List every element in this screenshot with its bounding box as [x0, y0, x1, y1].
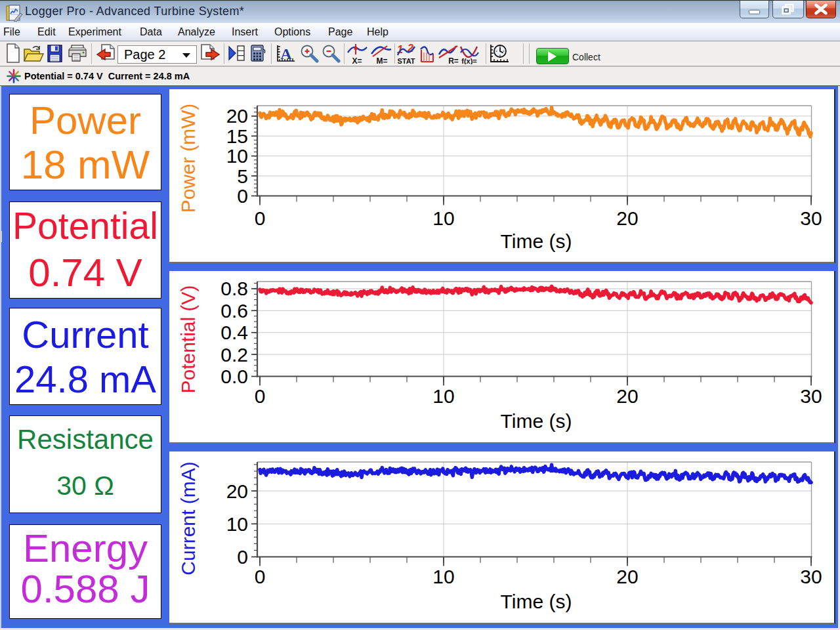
svg-text:Potential (V): Potential (V) [177, 285, 199, 393]
svg-text:Time (s): Time (s) [501, 591, 572, 612]
svg-text:0: 0 [255, 385, 266, 407]
svg-text:10: 10 [226, 145, 248, 167]
svg-text:R=: R= [448, 56, 459, 64]
svg-text:0: 0 [255, 566, 266, 587]
svg-text:30: 30 [800, 566, 822, 587]
svg-text:30: 30 [800, 207, 822, 229]
svg-text:10: 10 [432, 566, 454, 587]
svg-text:STAT: STAT [397, 57, 415, 64]
svg-text:0.8: 0.8 [220, 278, 248, 299]
svg-text:20: 20 [616, 566, 638, 587]
svg-text:20: 20 [616, 207, 638, 229]
svg-text:0.4: 0.4 [220, 322, 248, 343]
svg-text:0: 0 [237, 185, 248, 207]
svg-text:M=: M= [376, 56, 387, 64]
svg-text:15: 15 [226, 125, 248, 147]
svg-text:A: A [280, 45, 292, 62]
svg-text:0: 0 [237, 546, 248, 568]
svg-text:5: 5 [237, 165, 248, 187]
svg-text:10: 10 [432, 207, 454, 229]
svg-text:30: 30 [800, 385, 822, 407]
svg-text:Time (s): Time (s) [501, 410, 572, 432]
svg-text:0.0: 0.0 [220, 366, 248, 387]
svg-text:10: 10 [432, 385, 454, 407]
svg-text:Power (mW): Power (mW) [177, 104, 199, 213]
svg-text:Time (s): Time (s) [501, 230, 572, 252]
svg-text:0: 0 [255, 207, 266, 229]
svg-text:Current (mA): Current (mA) [177, 461, 199, 575]
svg-text:f(x)=: f(x)= [461, 57, 477, 64]
svg-text:20: 20 [616, 385, 638, 407]
svg-text:20: 20 [226, 480, 248, 502]
svg-text:0.6: 0.6 [220, 300, 248, 322]
svg-text:20: 20 [226, 105, 248, 127]
svg-text:X=: X= [352, 56, 362, 64]
svg-text:0.2: 0.2 [220, 344, 248, 366]
svg-text:10: 10 [226, 513, 248, 535]
